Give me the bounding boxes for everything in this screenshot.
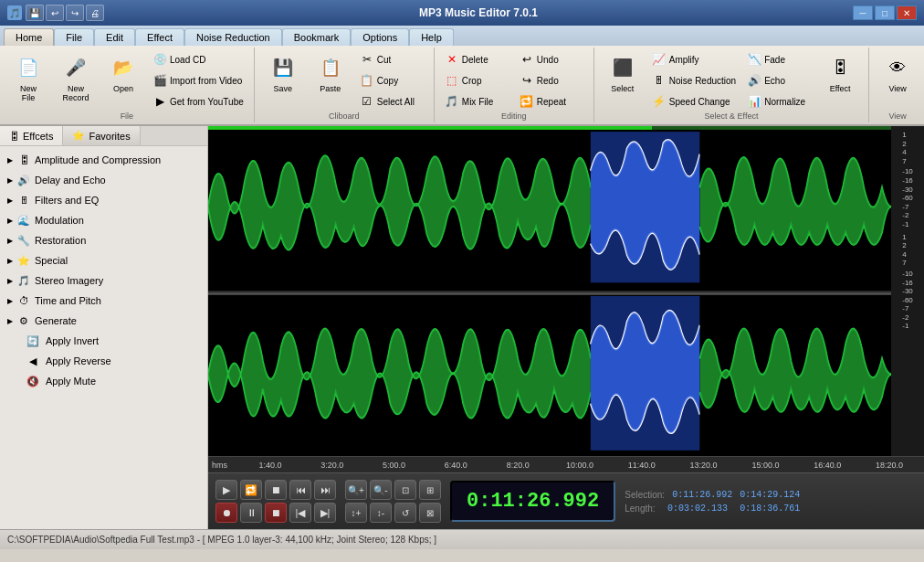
loop-btn[interactable]: 🔁 xyxy=(240,480,262,500)
select-label: Select xyxy=(611,84,634,93)
qa-redo-btn[interactable]: ↪ xyxy=(66,5,84,21)
time-6: 10:00.0 xyxy=(549,461,611,470)
sidebar-item-special[interactable]: ▶ ⭐ Special xyxy=(0,250,207,270)
sidebar-item-restoration[interactable]: ▶ 🔧 Restoration xyxy=(0,230,207,250)
tab-noise-reduction[interactable]: Noise Reduction xyxy=(184,28,282,46)
sidebar-item-stereo[interactable]: ▶ 🎵 Stereo Imagery xyxy=(0,270,207,291)
amplitude-label: Amplitude and Compression xyxy=(35,154,161,165)
import-video-btn[interactable]: 🎬 Import from Video xyxy=(148,70,248,90)
sidebar-item-apply-mute[interactable]: 🔇 Apply Mute xyxy=(0,371,207,391)
tab-file[interactable]: File xyxy=(54,28,94,46)
time-11: 18:20.0 xyxy=(858,461,920,470)
restoration-label: Restoration xyxy=(35,235,86,246)
editing-group-label: Editing xyxy=(501,111,527,121)
mix-file-btn[interactable]: 🎵 Mix File xyxy=(440,91,513,111)
selection-info: Selection: 0:11:26.992 0:14:29.124 Lengt… xyxy=(625,490,800,514)
zoom-in-h-btn[interactable]: 🔍+ xyxy=(345,480,367,500)
time-label: Time and Pitch xyxy=(35,295,101,306)
sidebar-item-modulation[interactable]: ▶ 🌊 Modulation xyxy=(0,210,207,230)
tab-effect[interactable]: Effect xyxy=(135,28,184,46)
tab-edit[interactable]: Edit xyxy=(94,28,135,46)
record-btn[interactable]: ⏺ xyxy=(215,503,237,523)
generate-icon: ⚙ xyxy=(16,313,31,328)
sidebar-item-time-pitch[interactable]: ▶ ⏱ Time and Pitch xyxy=(0,291,207,311)
fade-btn[interactable]: 📉 Fade xyxy=(742,49,815,69)
qa-undo-btn[interactable]: ↩ xyxy=(46,5,64,21)
tab-favorites[interactable]: ⭐ Favorites xyxy=(63,126,140,145)
cut-btn[interactable]: ✂ Cut xyxy=(355,49,428,69)
close-btn[interactable]: ✕ xyxy=(897,5,917,20)
prev-btn[interactable]: ⏮ xyxy=(289,480,311,500)
noise-reduction-btn[interactable]: 🎚 Noise Reduction xyxy=(647,70,740,90)
sidebar-tab-bar: 🎛 Effcets ⭐ Favorites xyxy=(0,126,207,146)
amplify-btn[interactable]: 📈 Amplify xyxy=(647,49,740,69)
save-btn[interactable]: 💾 Save xyxy=(260,49,306,104)
zoom-fit-btn[interactable]: ⊡ xyxy=(394,480,416,500)
speed-change-btn[interactable]: ⚡ Speed Change xyxy=(647,91,740,111)
next2-btn[interactable]: ▶| xyxy=(314,503,336,523)
sidebar-item-apply-reverse[interactable]: ◀ Apply Reverse xyxy=(0,351,207,371)
qa-print-btn[interactable]: 🖨 xyxy=(86,5,104,21)
new-file-btn[interactable]: 📄 NewFile xyxy=(5,49,51,106)
crop-label: Crop xyxy=(462,76,482,86)
zoom-reset-btn[interactable]: ↺ xyxy=(394,503,416,523)
tab-bookmark[interactable]: Bookmark xyxy=(282,28,352,46)
repeat-btn[interactable]: 🔁 Repeat xyxy=(515,91,588,111)
mute-icon: 🔇 xyxy=(26,374,40,388)
pause-btn[interactable]: ⏸ xyxy=(240,503,262,523)
expand-icon-delay: ▶ xyxy=(7,176,13,185)
quick-access-toolbar: 💾 ↩ ↪ 🖨 xyxy=(26,5,104,21)
noise-reduction-label: Noise Reduction xyxy=(669,76,736,86)
sidebar-item-delay[interactable]: ▶ 🔊 Delay and Echo xyxy=(0,170,207,190)
normalize-btn[interactable]: 📊 Normalize xyxy=(742,91,815,111)
minimize-btn[interactable]: ─ xyxy=(853,5,873,20)
effect-btn[interactable]: 🎛 Effect xyxy=(817,49,863,104)
view-btn[interactable]: 👁 View xyxy=(875,49,920,104)
paste-btn[interactable]: 📋 Paste xyxy=(308,49,353,104)
waveform-display[interactable]: 1247-10 -16-30-60-7-2-1 1247-10 -16-30-6… xyxy=(208,126,924,456)
stop-record-btn[interactable]: ⏹ xyxy=(265,503,287,523)
redo-btn[interactable]: ↪ Redo xyxy=(515,70,588,90)
selection-row: Selection: 0:11:26.992 0:14:29.124 xyxy=(625,490,800,500)
copy-btn[interactable]: 📋 Copy xyxy=(355,70,428,90)
invert-icon: 🔄 xyxy=(26,334,40,348)
zoom-out-v-btn[interactable]: ↕- xyxy=(370,503,392,523)
sidebar-item-generate[interactable]: ▶ ⚙ Generate xyxy=(0,311,207,331)
delete-btn[interactable]: ✕ Delete xyxy=(440,49,513,69)
maximize-btn[interactable]: □ xyxy=(875,5,895,20)
echo-btn[interactable]: 🔊 Echo xyxy=(742,70,815,90)
undo-btn[interactable]: ↩ Undo xyxy=(515,49,588,69)
sidebar-item-filters[interactable]: ▶ 🎚 Filters and EQ xyxy=(0,190,207,210)
zoom-sel-btn[interactable]: ⊞ xyxy=(419,480,441,500)
copy-label: Copy xyxy=(377,76,398,86)
next-btn[interactable]: ⏭ xyxy=(314,480,336,500)
tab-home[interactable]: Home xyxy=(4,28,54,46)
load-cd-btn[interactable]: 💿 Load CD xyxy=(148,49,248,69)
zoom-all-btn[interactable]: ⊠ xyxy=(419,503,441,523)
titlebar-left: 🎵 💾 ↩ ↪ 🖨 xyxy=(7,5,104,21)
delete-label: Delete xyxy=(462,55,488,65)
zoom-in-v-btn[interactable]: ↕+ xyxy=(345,503,367,523)
effect-icon: 🎛 xyxy=(825,53,855,82)
select-all-btn[interactable]: ☑ Select All xyxy=(355,91,428,111)
open-btn[interactable]: 📂 Open xyxy=(100,49,146,104)
qa-save-btn[interactable]: 💾 xyxy=(26,5,44,21)
filters-label: Filters and EQ xyxy=(35,195,99,206)
prev2-btn[interactable]: |◀ xyxy=(289,503,311,523)
new-record-btn[interactable]: 🎤 NewRecord xyxy=(53,49,99,106)
get-youtube-btn[interactable]: ▶ Get from YouTube xyxy=(148,91,248,111)
crop-btn[interactable]: ⬚ Crop xyxy=(440,70,513,90)
title-text: MP3 Music Editor 7.0.1 xyxy=(104,6,853,19)
delete-icon: ✕ xyxy=(445,52,459,67)
zoom-out-h-btn[interactable]: 🔍- xyxy=(370,480,392,500)
select-btn[interactable]: ⬛ Select xyxy=(600,49,646,104)
sidebar-item-amplitude[interactable]: ▶ 🎛 Amplitude and Compression xyxy=(0,150,207,170)
stop-btn[interactable]: ⏹ xyxy=(265,480,287,500)
sidebar-item-apply-invert[interactable]: 🔄 Apply Invert xyxy=(0,331,207,351)
save-icon: 💾 xyxy=(268,53,298,82)
tab-help[interactable]: Help xyxy=(409,28,454,46)
tab-effects[interactable]: 🎛 Effcets xyxy=(0,126,63,145)
play-btn[interactable]: ▶ xyxy=(215,480,237,500)
tab-options[interactable]: Options xyxy=(351,28,409,46)
zoom-controls: 🔍+ 🔍- ⊡ ⊞ ↕+ ↕- ↺ ⊠ xyxy=(345,480,441,523)
